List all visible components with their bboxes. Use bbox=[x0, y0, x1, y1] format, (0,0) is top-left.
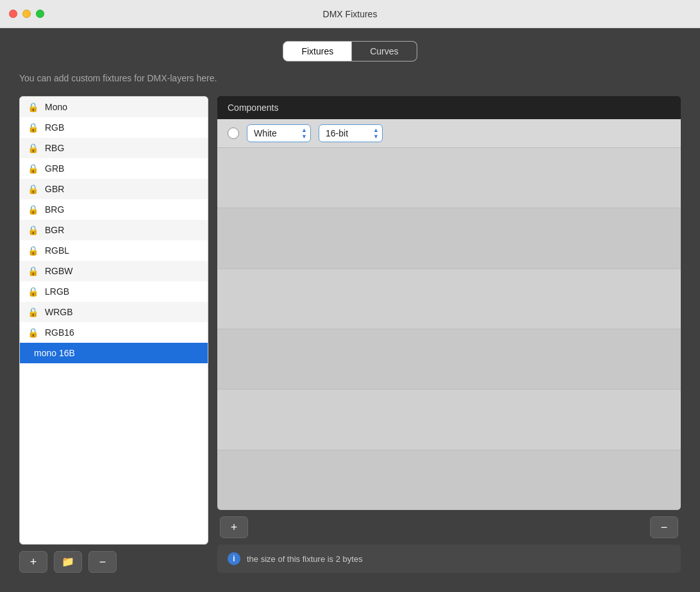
fixture-list-item[interactable]: 🔒BGR bbox=[20, 220, 208, 240]
titlebar: DMX Fixtures bbox=[0, 0, 700, 28]
fixture-list-item[interactable]: 🔒BRG bbox=[20, 199, 208, 220]
empty-row bbox=[217, 329, 681, 390]
components-panel: Components White Red Green Blue Amber UV bbox=[217, 96, 681, 510]
component-radio[interactable] bbox=[228, 127, 239, 139]
lock-icon: 🔒 bbox=[28, 143, 38, 153]
fixture-list-item[interactable]: 🔒Mono bbox=[20, 97, 208, 117]
list-toolbar: + 📁 − bbox=[19, 545, 208, 573]
fixture-item-label: RGBW bbox=[45, 266, 73, 276]
empty-row bbox=[217, 390, 681, 450]
fixture-list: 🔒Mono🔒RGB🔒RBG🔒GRB🔒GBR🔒BRG🔒BGR🔒RGBL🔒RGBW🔒… bbox=[19, 96, 208, 545]
fixture-list-item[interactable]: mono 16B bbox=[20, 343, 208, 363]
minimize-button[interactable] bbox=[22, 10, 31, 18]
fixture-list-item[interactable]: 🔒GRB bbox=[20, 158, 208, 179]
right-panel: Components White Red Green Blue Amber UV bbox=[217, 96, 681, 573]
info-icon: i bbox=[228, 552, 240, 565]
lock-icon: 🔒 bbox=[28, 286, 38, 297]
window-title: DMX Fixtures bbox=[323, 9, 378, 19]
color-select-wrapper: White Red Green Blue Amber UV ▲ ▼ bbox=[247, 124, 311, 142]
fixture-item-label: RGB bbox=[45, 122, 64, 133]
fixture-item-label: Mono bbox=[45, 102, 67, 112]
fixture-list-item[interactable]: 🔒WRGB bbox=[20, 302, 208, 322]
lock-icon: 🔒 bbox=[28, 245, 38, 256]
lock-icon: 🔒 bbox=[28, 307, 38, 317]
fixture-item-label: RGBL bbox=[45, 245, 69, 256]
fixture-list-container: 🔒Mono🔒RGB🔒RBG🔒GRB🔒GBR🔒BRG🔒BGR🔒RGBL🔒RGBW🔒… bbox=[19, 96, 208, 573]
fixture-item-label: RGB16 bbox=[45, 327, 74, 338]
empty-row bbox=[217, 208, 681, 268]
lock-icon: 🔒 bbox=[28, 225, 38, 235]
folder-icon: 📁 bbox=[62, 557, 74, 567]
components-body: White Red Green Blue Amber UV ▲ ▼ bbox=[217, 119, 681, 510]
tab-bar: Fixtures Curves bbox=[19, 28, 681, 73]
tab-curves[interactable]: Curves bbox=[352, 41, 417, 62]
add-component-button[interactable]: + bbox=[220, 516, 248, 538]
fixture-item-label: BRG bbox=[45, 204, 64, 215]
close-button[interactable] bbox=[9, 10, 17, 18]
components-header: Components bbox=[217, 96, 681, 119]
empty-row bbox=[217, 269, 681, 329]
columns-layout: 🔒Mono🔒RGB🔒RBG🔒GRB🔒GBR🔒BRG🔒BGR🔒RGBL🔒RGBW🔒… bbox=[19, 96, 681, 573]
folder-button[interactable]: 📁 bbox=[54, 551, 82, 573]
description-text: You can add custom fixtures for DMX-laye… bbox=[19, 73, 681, 83]
fixture-list-item[interactable]: 🔒GBR bbox=[20, 179, 208, 199]
lock-icon: 🔒 bbox=[28, 184, 38, 194]
empty-row bbox=[217, 148, 681, 208]
fixture-list-item[interactable]: 🔒RGB16 bbox=[20, 322, 208, 343]
fixture-list-item[interactable]: 🔒LRGB bbox=[20, 281, 208, 302]
bit-select[interactable]: 8-bit 16-bit bbox=[319, 124, 383, 142]
main-content: Fixtures Curves You can add custom fixtu… bbox=[0, 28, 700, 592]
lock-icon: 🔒 bbox=[28, 163, 38, 174]
fixture-item-label: RBG bbox=[45, 143, 64, 153]
traffic-lights bbox=[9, 10, 44, 18]
add-fixture-button[interactable]: + bbox=[19, 551, 47, 573]
fixture-list-item[interactable]: 🔒RBG bbox=[20, 138, 208, 158]
color-select[interactable]: White Red Green Blue Amber UV bbox=[247, 124, 311, 142]
fixture-list-item[interactable]: 🔒RGBL bbox=[20, 240, 208, 261]
remove-component-button[interactable]: − bbox=[650, 516, 678, 538]
fixture-item-label: mono 16B bbox=[34, 348, 75, 358]
fixture-item-label: GBR bbox=[45, 184, 64, 194]
lock-icon: 🔒 bbox=[28, 102, 38, 112]
info-bar: i the size of this fixture is 2 bytes bbox=[217, 545, 681, 573]
maximize-button[interactable] bbox=[36, 10, 44, 18]
remove-fixture-button[interactable]: − bbox=[88, 551, 117, 573]
fixture-item-label: BGR bbox=[45, 225, 64, 235]
component-row: White Red Green Blue Amber UV ▲ ▼ bbox=[217, 119, 681, 148]
fixture-list-item[interactable]: 🔒RGB bbox=[20, 117, 208, 138]
fixture-list-item[interactable]: 🔒RGBW bbox=[20, 261, 208, 281]
lock-icon: 🔒 bbox=[28, 204, 38, 215]
info-message: the size of this fixture is 2 bytes bbox=[247, 554, 363, 564]
empty-row bbox=[217, 450, 681, 510]
lock-icon: 🔒 bbox=[28, 122, 38, 133]
fixture-item-label: GRB bbox=[45, 163, 64, 174]
component-empty-rows bbox=[217, 148, 681, 510]
tab-fixtures[interactable]: Fixtures bbox=[283, 41, 352, 62]
fixture-item-label: WRGB bbox=[45, 307, 73, 317]
fixture-item-label: LRGB bbox=[45, 286, 69, 297]
components-toolbar: + − bbox=[217, 516, 681, 538]
lock-icon: 🔒 bbox=[28, 266, 38, 276]
bit-select-wrapper: 8-bit 16-bit ▲ ▼ bbox=[319, 124, 383, 142]
lock-icon: 🔒 bbox=[28, 327, 38, 338]
